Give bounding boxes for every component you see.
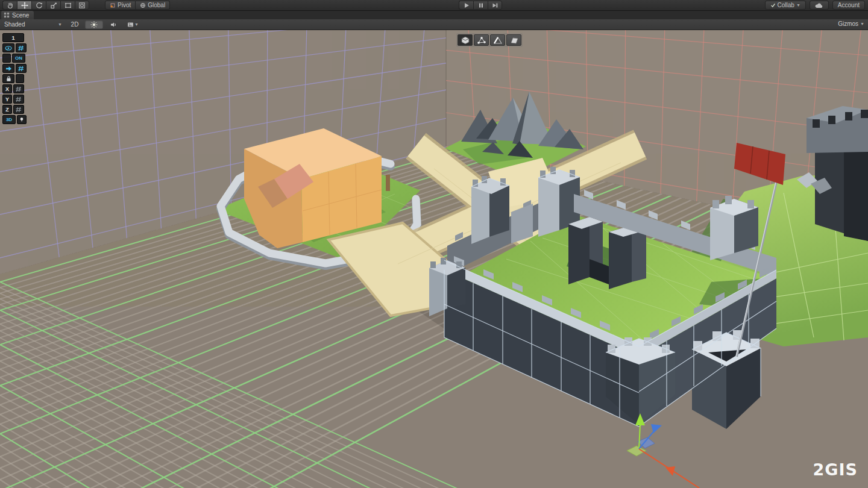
chevron-down-icon: ▼ <box>58 22 62 27</box>
pause-button[interactable] <box>473 1 488 10</box>
rotate-tool-button[interactable] <box>31 1 46 10</box>
chevron-down-icon: ▼ <box>134 22 139 27</box>
edge-mode-button[interactable] <box>490 34 505 46</box>
sun-icon <box>90 21 98 28</box>
global-toggle-button[interactable]: Global <box>136 1 170 10</box>
grid-icon <box>16 96 22 102</box>
on-label: ON <box>15 55 22 61</box>
global-label: Global <box>148 2 165 8</box>
draw-mode-dropdown[interactable]: Shaded ▼ <box>2 20 64 29</box>
light-toggle-button[interactable] <box>17 115 27 124</box>
audio-toggle-button[interactable] <box>104 20 122 29</box>
step-button[interactable] <box>488 1 502 10</box>
x-axis-label: X <box>5 86 9 92</box>
pivot-label: Pivot <box>118 2 131 8</box>
2d-toggle-button[interactable]: 2D <box>66 20 84 29</box>
lock-toggle-box[interactable] <box>16 74 24 83</box>
move-tool-button[interactable] <box>17 1 31 10</box>
hand-icon <box>7 2 14 9</box>
layer-number-button[interactable]: 1 <box>2 33 24 42</box>
play-controls <box>459 1 502 10</box>
visibility-toggle-button[interactable] <box>2 43 14 52</box>
play-icon <box>463 2 470 9</box>
z-axis-button[interactable]: Z <box>2 105 12 114</box>
object-mode-button[interactable] <box>458 34 473 46</box>
eye-icon <box>5 45 12 51</box>
tab-bar: Scene <box>0 11 868 19</box>
on-toggle-button[interactable]: ON <box>12 54 25 63</box>
scene-viewport[interactable] <box>0 0 868 488</box>
toggle-box[interactable] <box>2 54 11 63</box>
transform-tools <box>2 1 89 10</box>
check-icon <box>770 2 776 8</box>
play-button[interactable] <box>459 1 473 10</box>
grid-icon <box>18 45 24 51</box>
probuilder-mode-toolbar <box>456 33 523 47</box>
2gis-watermark: 2GIS <box>813 460 858 479</box>
collab-button[interactable]: Collab ▼ <box>765 1 806 10</box>
image-icon <box>127 21 134 28</box>
pivot-icon <box>110 2 116 8</box>
object-mode-icon <box>461 36 470 45</box>
rect-tool-icon <box>64 2 72 9</box>
cloud-button[interactable] <box>810 1 829 10</box>
transform-icon <box>78 2 86 9</box>
speaker-icon <box>110 21 117 28</box>
account-label: Account <box>838 2 860 8</box>
z-axis-label: Z <box>5 107 9 113</box>
2d-label: 2D <box>71 21 79 28</box>
scale-icon <box>50 2 57 9</box>
scene-tab-icon <box>4 12 10 18</box>
move-icon <box>21 2 28 9</box>
grid-icon <box>16 107 22 113</box>
x-grid-button[interactable] <box>13 84 24 93</box>
step-icon <box>491 2 498 9</box>
x-axis-button[interactable]: X <box>2 84 12 93</box>
scene-tab-label: Scene <box>12 12 29 19</box>
pause-icon <box>477 2 485 9</box>
rect-tool-button[interactable] <box>60 1 75 10</box>
account-area: Collab ▼ Account <box>765 1 865 10</box>
3d-toggle-button[interactable]: 3D <box>2 115 16 124</box>
edge-mode-icon <box>493 36 503 45</box>
bulb-icon <box>19 116 24 123</box>
y-axis-button[interactable]: Y <box>2 95 12 104</box>
rotate-icon <box>36 2 43 9</box>
main-toolbar: Pivot Global Collab ▼ Account <box>0 0 868 11</box>
chevron-down-icon: ▼ <box>796 3 800 7</box>
tab-scene[interactable]: Scene <box>1 11 34 19</box>
face-mode-button[interactable] <box>506 34 521 46</box>
layer-number-label: 1 <box>11 35 14 41</box>
vertex-mode-button[interactable] <box>474 34 489 46</box>
y-axis-label: Y <box>5 96 9 102</box>
push-to-grid-button[interactable] <box>2 64 14 73</box>
scene-view-toolbar: Shaded ▼ 2D ▼ Gizmos ▼ <box>0 19 868 30</box>
transform-tool-button[interactable] <box>75 1 89 10</box>
z-grid-button[interactable] <box>13 105 24 114</box>
grid-icon <box>16 86 22 92</box>
chevron-down-icon: ▼ <box>860 22 864 26</box>
arrow-right-icon <box>5 66 12 72</box>
y-grid-button[interactable] <box>13 95 24 104</box>
lighting-toggle-button[interactable] <box>85 20 103 29</box>
grid-icon <box>18 66 24 72</box>
draw-mode-label: Shaded <box>4 21 25 28</box>
lock-icon <box>5 75 12 82</box>
grid-snap-button-2[interactable] <box>16 64 27 73</box>
effects-dropdown-button[interactable]: ▼ <box>124 20 142 29</box>
3d-label: 3D <box>6 117 12 122</box>
handle-settings: Pivot Global <box>105 1 170 10</box>
lock-grid-button[interactable] <box>2 74 14 83</box>
gizmos-dropdown[interactable]: Gizmos ▼ <box>838 20 864 27</box>
account-button[interactable]: Account <box>832 1 865 10</box>
face-mode-icon <box>509 36 519 45</box>
pan-tool-button[interactable] <box>2 1 17 10</box>
cloud-icon <box>815 2 823 8</box>
grid-snap-button[interactable] <box>16 43 27 52</box>
vertex-mode-icon <box>477 36 486 45</box>
pivot-toggle-button[interactable]: Pivot <box>105 1 136 10</box>
globe-icon <box>140 2 146 8</box>
scene-overlay-panel: 1 ON X Y Z 3D <box>2 33 27 124</box>
collab-label: Collab <box>778 2 794 8</box>
scale-tool-button[interactable] <box>46 1 60 10</box>
